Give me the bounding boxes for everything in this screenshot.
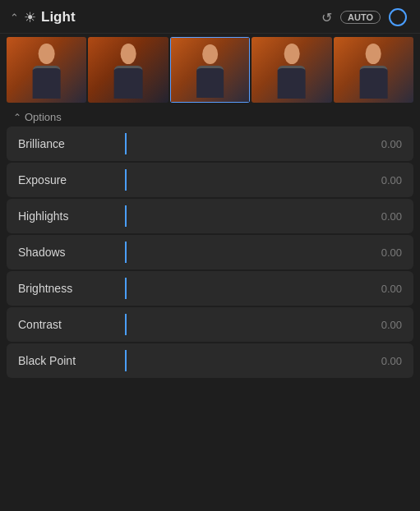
light-panel: ⌃ ☀ Light ↺ AUTO bbox=[0, 0, 420, 511]
thumbnail-3-selected[interactable] bbox=[170, 37, 250, 103]
slider-indicator-highlights bbox=[125, 205, 127, 227]
image-strip bbox=[0, 34, 420, 106]
slider-row-contrast[interactable]: Contrast 0.00 bbox=[7, 307, 413, 342]
slider-indicator-brightness bbox=[125, 278, 127, 299]
slider-label-contrast: Contrast bbox=[18, 318, 125, 331]
slider-track-brilliance[interactable] bbox=[125, 127, 361, 161]
slider-track-highlights[interactable] bbox=[125, 199, 361, 233]
slider-label-brightness: Brightness bbox=[18, 282, 125, 295]
thumbnail-2[interactable] bbox=[88, 37, 168, 103]
slider-row-brilliance[interactable]: Brilliance 0.00 bbox=[7, 127, 413, 161]
slider-label-brilliance: Brilliance bbox=[18, 137, 125, 150]
thumbnail-5[interactable] bbox=[334, 37, 413, 103]
options-header[interactable]: ⌃ Options bbox=[0, 106, 420, 127]
slider-value-brilliance: 0.00 bbox=[361, 138, 402, 150]
slider-label-shadows: Shadows bbox=[18, 246, 125, 259]
slider-track-shadows[interactable] bbox=[125, 235, 361, 269]
undo-icon[interactable]: ↺ bbox=[321, 10, 332, 25]
slider-value-highlights: 0.00 bbox=[361, 210, 402, 223]
slider-value-brightness: 0.00 bbox=[361, 283, 402, 295]
options-label: Options bbox=[25, 111, 62, 123]
slider-track-brightness[interactable] bbox=[125, 271, 361, 306]
slider-label-highlights: Highlights bbox=[18, 209, 125, 223]
slider-value-contrast: 0.00 bbox=[361, 319, 402, 331]
panel-header: ⌃ ☀ Light ↺ AUTO bbox=[0, 0, 420, 34]
slider-indicator-black-point bbox=[125, 350, 127, 371]
slider-label-black-point: Black Point bbox=[18, 354, 125, 367]
auto-button[interactable]: AUTO bbox=[340, 11, 381, 24]
mode-toggle-button[interactable] bbox=[389, 8, 407, 26]
slider-row-black-point[interactable]: Black Point 0.00 bbox=[7, 343, 413, 378]
slider-indicator-brilliance bbox=[125, 133, 127, 154]
slider-indicator-contrast bbox=[125, 314, 127, 335]
thumbnail-4[interactable] bbox=[252, 37, 331, 103]
sliders-container: Brilliance 0.00 Exposure 0.00 Highlights… bbox=[0, 127, 420, 511]
slider-row-shadows[interactable]: Shadows 0.00 bbox=[7, 235, 413, 269]
slider-value-exposure: 0.00 bbox=[361, 174, 402, 186]
slider-label-exposure: Exposure bbox=[18, 173, 125, 186]
slider-row-exposure[interactable]: Exposure 0.00 bbox=[7, 163, 413, 197]
slider-indicator-shadows bbox=[125, 242, 127, 263]
slider-row-brightness[interactable]: Brightness 0.00 bbox=[7, 271, 413, 306]
slider-value-black-point: 0.00 bbox=[361, 355, 402, 367]
slider-value-shadows: 0.00 bbox=[361, 246, 402, 259]
panel-title: Light bbox=[41, 9, 316, 25]
slider-track-black-point[interactable] bbox=[125, 343, 361, 378]
slider-row-highlights[interactable]: Highlights 0.00 bbox=[7, 199, 413, 233]
collapse-chevron-icon[interactable]: ⌃ bbox=[10, 12, 19, 24]
options-chevron-icon[interactable]: ⌃ bbox=[13, 112, 21, 123]
slider-track-contrast[interactable] bbox=[125, 307, 361, 342]
thumbnail-1[interactable] bbox=[7, 37, 86, 103]
slider-track-exposure[interactable] bbox=[125, 163, 361, 197]
slider-indicator-exposure bbox=[125, 169, 127, 191]
light-sun-icon: ☀ bbox=[24, 9, 36, 26]
